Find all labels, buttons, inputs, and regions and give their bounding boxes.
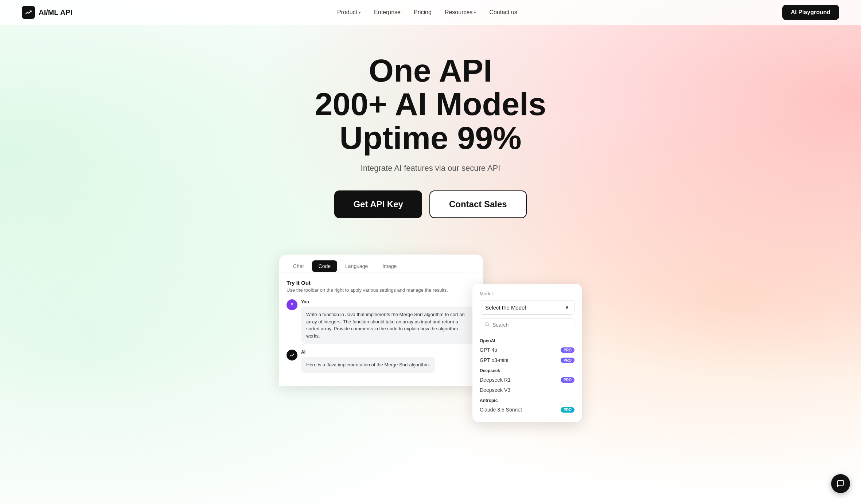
nav-item-pricing[interactable]: Pricing xyxy=(414,9,432,16)
tab-code[interactable]: Code xyxy=(312,260,337,272)
hero-line2: 200+ AI Models xyxy=(315,86,546,122)
model-panel-label: Model xyxy=(480,291,574,296)
nav-link-enterprise[interactable]: Enterprise xyxy=(374,9,401,16)
chevron-down-icon-2: ▾ xyxy=(474,10,476,15)
table-row: Y You Write a function in Java that impl… xyxy=(287,299,476,344)
provider-openai: OpenAI xyxy=(480,338,574,343)
get-api-key-button[interactable]: Get API Key xyxy=(334,190,422,218)
chat-body: Try It Out Use the toolbar on the right … xyxy=(279,272,483,386)
message-content-ai: AI Here is a Java implementation of the … xyxy=(301,350,435,373)
nav-link-product[interactable]: Product ▾ xyxy=(337,9,361,16)
navbar: AI/ML API Product ▾ Enterprise Pricing R… xyxy=(0,0,861,25)
logo-link[interactable]: AI/ML API xyxy=(22,6,72,19)
nav-link-resources[interactable]: Resources ▾ xyxy=(445,9,476,16)
hero-heading: One API 200+ AI Models Uptime 99% xyxy=(7,54,854,155)
model-name-deepseek-r1: Deepseek R1 xyxy=(480,377,511,383)
model-select-placeholder: Select the Model xyxy=(485,304,526,311)
provider-deepseek: Deepseek xyxy=(480,368,574,373)
list-item[interactable]: Deepseek V3 xyxy=(480,385,574,395)
contact-sales-button[interactable]: Contact Sales xyxy=(429,190,527,218)
list-item[interactable]: Claude 3.5 Sonnet PRO xyxy=(480,405,574,415)
model-list: OpenAI GPT 4o PRO GPT o3-mini PRO Deepse… xyxy=(480,335,574,415)
message-label-you: You xyxy=(301,299,476,304)
tab-language[interactable]: Language xyxy=(339,260,374,272)
chat-panel: Chat Code Language Image Try It Out Use … xyxy=(279,255,483,386)
model-name-gpt4o: GPT 4o xyxy=(480,347,497,353)
model-name-claude: Claude 3.5 Sonnet xyxy=(480,407,522,413)
badge-pro-claude: PRO xyxy=(561,407,574,413)
chevron-up-icon: ∧ xyxy=(565,304,569,311)
table-row: AI Here is a Java implementation of the … xyxy=(287,350,476,373)
model-select-header[interactable]: Select the Model ∧ xyxy=(480,300,574,315)
demo-section: Chat Code Language Image Try It Out Use … xyxy=(0,240,861,422)
nav-item-product[interactable]: Product ▾ xyxy=(337,9,361,16)
search-box xyxy=(480,318,574,331)
badge-pro-gpt4o: PRO xyxy=(561,347,574,353)
logo-text: AI/ML API xyxy=(39,8,72,17)
model-name-deepseek-v3: Deepseek V3 xyxy=(480,387,510,393)
nav-links: Product ▾ Enterprise Pricing Resources ▾… xyxy=(337,9,517,16)
tab-image[interactable]: Image xyxy=(376,260,403,272)
model-name-gpto3mini: GPT o3-mini xyxy=(480,357,508,363)
list-item[interactable]: Deepseek R1 PRO xyxy=(480,375,574,385)
hero-line3: Uptime 99% xyxy=(340,120,522,156)
nav-item-enterprise[interactable]: Enterprise xyxy=(374,9,401,16)
tab-chat[interactable]: Chat xyxy=(287,260,311,272)
badge-pro-deepseek-r1: PRO xyxy=(561,377,574,383)
message-bubble-you: Write a function in Java that implements… xyxy=(301,307,476,344)
try-it-out-title: Try It Out xyxy=(287,280,476,286)
message-label-ai: AI xyxy=(301,350,435,355)
try-it-out: Try It Out Use the toolbar on the right … xyxy=(287,280,476,293)
nav-link-contact[interactable]: Contact us xyxy=(489,9,517,16)
playground-button[interactable]: AI Playground xyxy=(782,5,839,20)
logo-icon xyxy=(22,6,35,19)
nav-item-contact[interactable]: Contact us xyxy=(489,9,517,16)
avatar-ai xyxy=(287,350,297,361)
message-bubble-ai: Here is a Java implementation of the Mer… xyxy=(301,357,435,373)
list-item[interactable]: GPT o3-mini PRO xyxy=(480,355,574,365)
hero-line1: One API xyxy=(369,52,492,88)
try-it-out-desc: Use the toolbar on the right to apply va… xyxy=(287,287,476,293)
hero-subtitle: Integrate AI features via our secure API xyxy=(7,164,854,173)
model-panel: Model Select the Model ∧ OpenAI GPT 4o P… xyxy=(472,284,582,422)
list-item[interactable]: GPT 4o PRO xyxy=(480,345,574,355)
chat-tabs: Chat Code Language Image xyxy=(279,255,483,272)
hero-buttons: Get API Key Contact Sales xyxy=(7,190,854,218)
nav-link-pricing[interactable]: Pricing xyxy=(414,9,432,16)
chevron-down-icon: ▾ xyxy=(359,10,361,15)
message-content-you: You Write a function in Java that implem… xyxy=(301,299,476,344)
search-icon xyxy=(484,322,490,328)
hero-section: One API 200+ AI Models Uptime 99% Integr… xyxy=(0,25,861,240)
model-search-input[interactable] xyxy=(492,322,570,328)
avatar-you: Y xyxy=(287,299,297,310)
chat-bubble-button[interactable] xyxy=(831,474,850,493)
badge-pro-gpto3mini: PRO xyxy=(561,358,574,363)
svg-point-0 xyxy=(485,322,488,326)
nav-item-resources[interactable]: Resources ▾ xyxy=(445,9,476,16)
provider-antropic: Antropic xyxy=(480,398,574,403)
